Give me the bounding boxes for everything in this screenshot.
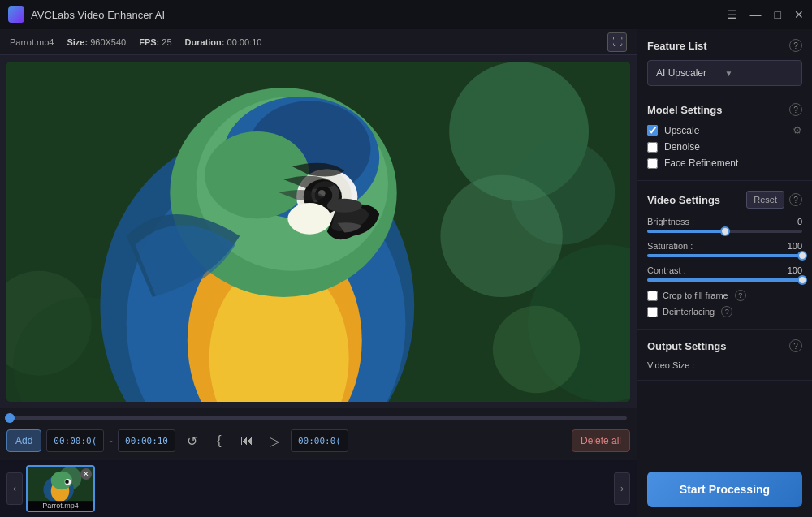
seek-thumb[interactable] [5, 413, 15, 423]
video-settings-help[interactable]: ? [789, 193, 802, 206]
fps-value: 25 [162, 37, 171, 47]
filmstrip-thumbnail[interactable]: ✕ Parrot.mp4 [26, 465, 95, 512]
brightness-fill [647, 230, 725, 233]
app-title: AVCLabs Video Enhancer AI [31, 9, 727, 21]
brightness-thumb[interactable] [720, 226, 730, 236]
saturation-label-row: Saturation : 100 [647, 241, 802, 251]
filename: Parrot.mp4 [10, 37, 54, 47]
parrot-video [6, 62, 630, 402]
minimize-button[interactable]: — [750, 8, 762, 21]
brightness-slider[interactable] [647, 230, 802, 233]
contrast-slider[interactable] [647, 278, 802, 282]
saturation-fill [647, 254, 802, 257]
add-button[interactable]: Add [6, 429, 41, 452]
main-layout: Parrot.mp4 Size: 960X540 FPS: 25 Duratio… [0, 29, 812, 517]
saturation-label: Saturation : [647, 241, 780, 251]
brightness-label: Brightness : [647, 217, 780, 226]
brightness-value: 0 [780, 217, 802, 226]
saturation-row: Saturation : 100 [647, 241, 802, 257]
feature-selected: AI Upscaler [656, 67, 725, 79]
denoise-row: Denoise [647, 141, 802, 153]
model-settings-title: Model Settings [647, 104, 789, 116]
delete-all-button[interactable]: Delete all [572, 429, 630, 452]
model-settings-header: Model Settings ? [647, 103, 802, 116]
filmstrip-nav-left[interactable]: ‹ [6, 472, 23, 505]
seek-track[interactable] [10, 416, 627, 420]
crop-button[interactable]: ⛶ [607, 32, 627, 52]
video-size-label: Video Size : [647, 360, 802, 370]
video-settings-title: Video Settings [647, 194, 746, 206]
crop-checkbox[interactable] [647, 291, 658, 301]
filmstrip-nav-right[interactable]: › [614, 472, 630, 505]
crop-help-icon[interactable]: ? [735, 290, 746, 301]
video-info-bar: Parrot.mp4 Size: 960X540 FPS: 25 Duratio… [0, 29, 637, 55]
controls-row: Add 00:00:0( - 00:00:10 ↺ { ⏮ ▷ 00:00:0(… [6, 424, 630, 457]
playback-area: Add 00:00:0( - 00:00:10 ↺ { ⏮ ▷ 00:00:0(… [0, 408, 637, 460]
face-refinement-label: Face Refinement [664, 157, 738, 169]
left-panel: Parrot.mp4 Size: 960X540 FPS: 25 Duratio… [0, 29, 637, 517]
contrast-label: Contrast : [647, 265, 780, 275]
feature-dropdown[interactable]: AI Upscaler ▼ [647, 60, 802, 86]
svg-point-25 [287, 203, 331, 235]
dropdown-chevron-icon: ▼ [725, 69, 794, 78]
svg-point-16 [205, 131, 309, 218]
filmstrip-close-button[interactable]: ✕ [80, 468, 92, 480]
upscale-row: Upscale ⚙ [647, 124, 802, 136]
denoise-label: Denoise [664, 141, 700, 153]
loop-button[interactable]: ↺ [180, 429, 203, 452]
app-logo [8, 6, 24, 23]
contrast-row: Contrast : 100 [647, 265, 802, 282]
time-current-display: 00:00:0( [291, 429, 348, 452]
time-end-display: 00:00:10 [118, 429, 175, 452]
right-panel: Feature List ? AI Upscaler ▼ Model Setti… [637, 29, 812, 517]
time-start-display: 00:00:0( [46, 429, 104, 452]
video-settings-header: Video Settings Reset ? [647, 191, 802, 209]
output-settings-header: Output Settings ? [647, 339, 802, 352]
maximize-button[interactable]: □ [775, 8, 781, 21]
feature-list-header: Feature List ? [647, 39, 802, 52]
deinterlace-help-icon[interactable]: ? [721, 306, 732, 317]
crop-label: Crop to fill frame [663, 291, 728, 300]
model-settings-help[interactable]: ? [789, 103, 802, 116]
menu-button[interactable]: ☰ [727, 8, 737, 21]
brightness-label-row: Brightness : 0 [647, 217, 802, 226]
saturation-thumb[interactable] [797, 251, 807, 261]
duration-info: Duration: 00:00:10 [185, 37, 262, 47]
model-settings-section: Model Settings ? Upscale ⚙ Denoise Face … [637, 93, 812, 181]
video-settings-section: Video Settings Reset ? Brightness : 0 Sa… [637, 181, 812, 330]
contrast-fill [647, 278, 802, 282]
clip-start-button[interactable]: { [208, 429, 231, 452]
upscale-gear-icon[interactable]: ⚙ [793, 124, 802, 136]
feature-list-title: Feature List [647, 40, 789, 52]
face-refinement-checkbox[interactable] [647, 158, 658, 169]
output-settings-section: Output Settings ? Video Size : [637, 330, 812, 381]
output-settings-help[interactable]: ? [789, 339, 802, 352]
play-button[interactable]: ▷ [263, 429, 286, 452]
contrast-thumb[interactable] [797, 275, 807, 285]
fps-info: FPS: 25 [139, 37, 171, 47]
feature-list-help[interactable]: ? [789, 39, 802, 52]
start-processing-button[interactable]: Start Processing [647, 472, 802, 507]
feature-list-section: Feature List ? AI Upscaler ▼ [637, 29, 812, 93]
window-controls: ☰ — □ ✕ [727, 8, 804, 21]
size-value: 960X540 [90, 37, 126, 47]
reset-button[interactable]: Reset [746, 191, 784, 209]
crop-option-row: Crop to fill frame ? [647, 290, 802, 301]
denoise-checkbox[interactable] [647, 142, 658, 153]
contrast-label-row: Contrast : 100 [647, 265, 802, 275]
skip-back-button[interactable]: ⏮ [235, 429, 258, 452]
saturation-value: 100 [780, 241, 802, 251]
upscale-checkbox[interactable] [647, 125, 658, 136]
contrast-value: 100 [780, 265, 802, 275]
close-button[interactable]: ✕ [794, 8, 804, 21]
upscale-label: Upscale [664, 125, 699, 136]
video-player [6, 62, 630, 402]
saturation-slider[interactable] [647, 254, 802, 257]
size-info: Size: 960X540 [67, 37, 126, 47]
duration-value: 00:00:10 [227, 37, 262, 47]
seek-bar[interactable] [6, 411, 630, 424]
filmstrip-label: Parrot.mp4 [28, 501, 93, 511]
time-separator: - [109, 434, 113, 447]
deinterlace-checkbox[interactable] [647, 307, 658, 317]
deinterlace-option-row: Deinterlacing ? [647, 306, 802, 317]
